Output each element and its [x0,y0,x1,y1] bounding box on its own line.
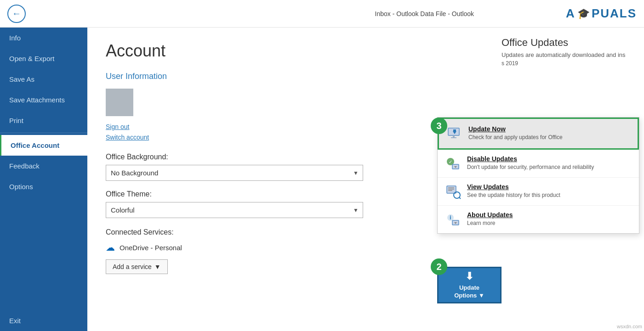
view-updates-text: View Updates See the update history for … [467,183,560,199]
svg-text:i: i [450,214,451,221]
svg-line-14 [459,197,461,199]
step-2-badge: 2 [431,258,447,275]
about-updates-icon: i [445,211,462,228]
sidebar-item-options[interactable]: Options [0,176,87,197]
about-updates-desc: Learn more [467,219,513,227]
office-background-dropdown-wrapper: No Background ▼ [106,165,363,181]
svg-rect-9 [447,186,456,193]
office-theme-dropdown-wrapper: Colorful ▼ [106,202,363,218]
update-now-text: Update Now Check for and apply updates f… [468,125,563,141]
window-title: Inbox - Outlook Data File - Outlook [375,10,474,17]
office-updates-section: Office Updates Updates are automatically… [502,37,635,67]
menu-item-about-updates[interactable]: i About Updates Learn more [438,206,639,233]
office-theme-label: Office Theme: [106,190,405,198]
sidebar-item-info[interactable]: Info [0,28,87,48]
right-panel: Office Updates Updates are automatically… [423,28,644,331]
sidebar-item-office-account[interactable]: Office Account [0,135,87,156]
view-updates-icon [445,183,462,200]
logo-rest: PUALS [592,6,637,21]
sidebar-item-open-export[interactable]: Open & Export [0,48,87,69]
svg-text:✓: ✓ [449,159,452,164]
svg-rect-4 [453,129,456,131]
step-3-badge: 3 [431,118,447,134]
update-dropdown-menu: Update Now Check for and apply updates f… [437,117,639,234]
view-updates-label: View Updates [467,183,560,191]
logo-icon: 🎓 [577,8,590,20]
menu-item-update-now[interactable]: Update Now Check for and apply updates f… [438,118,639,150]
about-updates-text: About Updates Learn more [467,211,513,227]
add-service-arrow-icon: ▼ [154,263,161,270]
disable-updates-text: Disable Updates Don't update for securit… [467,155,594,171]
onedrive-icon: ☁ [106,242,115,253]
top-bar: ← Inbox - Outlook Data File - Outlook A … [0,0,644,28]
sidebar-divider [0,133,87,133]
user-info-title: User Information [106,72,405,81]
sidebar-item-save-attachments[interactable]: Save Attachments [0,90,87,110]
sidebar: Info Open & Export Save As Save Attachme… [0,28,87,331]
view-updates-desc: See the update history for this product [467,191,560,199]
connected-services-title: Connected Services: [106,228,405,236]
update-now-icon [446,125,463,142]
update-options-download-icon: ⬇ [465,270,473,282]
logo-text: A [566,6,576,21]
user-avatar [106,89,133,116]
disable-updates-desc: Don't update for security, performance a… [467,163,594,171]
onedrive-label: OneDrive - Personal [120,244,182,252]
onedrive-row: ☁ OneDrive - Personal [106,242,405,253]
main-layout: Info Open & Export Save As Save Attachme… [0,28,644,331]
office-theme-select[interactable]: Colorful [106,202,363,218]
office-background-select[interactable]: No Background [106,165,363,181]
svg-rect-1 [453,135,455,137]
about-updates-label: About Updates [467,211,513,219]
update-now-label: Update Now [468,125,563,133]
sign-out-link[interactable]: Sign out [106,123,129,130]
page-title: Account [106,41,405,61]
office-background-label: Office Background: [106,153,405,161]
watermark: wsxdn.com [617,324,642,329]
sidebar-item-feedback[interactable]: Feedback [0,156,87,176]
office-updates-title: Office Updates [502,37,635,49]
app-logo: A 🎓 PUALS [566,6,637,21]
switch-account-link[interactable]: Switch account [106,134,149,141]
disable-updates-icon: ✓ [445,155,462,172]
menu-item-disable-updates[interactable]: ✓ Disable Updates Don't update for secur… [438,150,639,178]
year-label: s 2019 [502,60,635,67]
update-options-button[interactable]: ⬇ UpdateOptions ▼ [437,267,502,303]
add-service-button[interactable]: Add a service ▼ [106,259,168,274]
content-area: Account User Information Sign out Switch… [87,28,423,331]
update-now-desc: Check for and apply updates for Office [468,134,563,141]
sidebar-item-exit[interactable]: Exit [0,310,87,331]
svg-rect-2 [451,137,456,138]
sidebar-item-save-as[interactable]: Save As [0,69,87,90]
add-service-label: Add a service [113,263,152,270]
disable-updates-label: Disable Updates [467,155,594,163]
sidebar-item-print[interactable]: Print [0,110,87,131]
update-options-label: UpdateOptions ▼ [454,284,484,300]
back-button[interactable]: ← [7,5,26,23]
office-updates-desc: Updates are automatically downloaded and… [502,51,635,58]
menu-item-view-updates[interactable]: View Updates See the update history for … [438,178,639,206]
svg-point-13 [454,192,460,198]
